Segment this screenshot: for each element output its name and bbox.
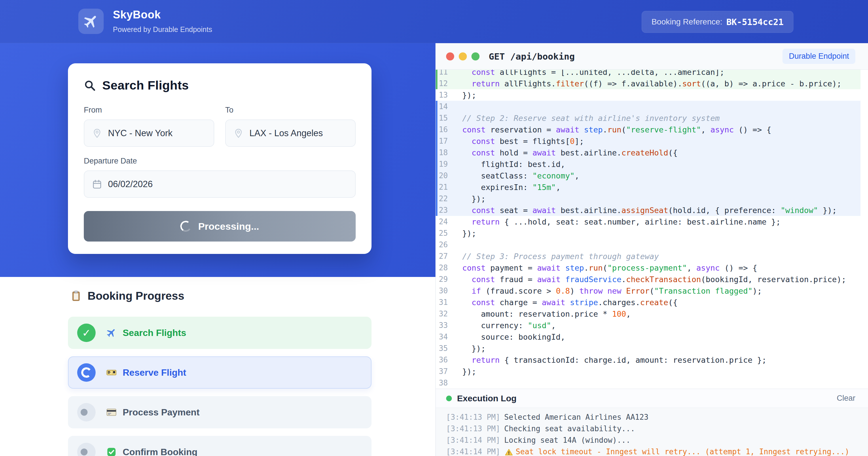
code-text: const reservation = await step.run("rese… xyxy=(462,125,771,134)
line-number: 23 xyxy=(437,206,462,215)
code-line-31: 31 const charge = await stripe.charges.c… xyxy=(436,296,861,308)
code-line-35: 35 }); xyxy=(436,343,861,354)
line-number: 30 xyxy=(437,287,462,295)
code-panel-header: GET /api/booking Durable Endpoint xyxy=(436,43,868,70)
code-editor[interactable]: 11 const allFlights = [...united, ...del… xyxy=(436,70,868,389)
app-title: SkyBook xyxy=(113,9,161,21)
check-icon: ✓ xyxy=(82,327,91,339)
log-timestamp: [3:41:14 PM] xyxy=(446,447,500,456)
booking-reference-label: Booking Reference: xyxy=(651,17,722,27)
code-line-18: 18 const hold = await best.airline.creat… xyxy=(436,147,861,158)
check-box-icon xyxy=(106,447,117,456)
line-number: 25 xyxy=(437,229,462,237)
log-timestamp: [3:41:13 PM] xyxy=(446,413,500,421)
booking-reference-value: BK-5154cc21 xyxy=(726,17,784,27)
endpoint-title: GET /api/booking xyxy=(489,51,575,62)
log-message: Seat lock timeout - Inngest will retry..… xyxy=(516,447,849,456)
from-value: NYC - New York xyxy=(108,128,173,138)
code-panel: GET /api/booking Durable Endpoint 11 con… xyxy=(435,43,868,456)
step-pending-circle xyxy=(77,443,96,456)
code-text: const allFlights = [...united, ...delta,… xyxy=(462,70,724,76)
line-number: 17 xyxy=(437,137,462,145)
departure-date-label: Departure Date xyxy=(84,157,356,166)
step-loading-circle xyxy=(77,363,96,382)
code-line-33: 33 currency: "usd", xyxy=(436,320,861,331)
departure-date-field[interactable]: 06/02/2026 xyxy=(84,170,356,198)
code-text: const seat = await best.airline.assignSe… xyxy=(462,206,837,215)
code-line-26: 26 xyxy=(436,239,861,251)
step-reserve-flight: Reserve Flight xyxy=(68,356,372,389)
warning-icon xyxy=(505,448,513,456)
map-pin-icon xyxy=(92,128,102,138)
line-number: 38 xyxy=(437,379,462,387)
from-field[interactable]: NYC - New York xyxy=(84,120,214,147)
ticket-icon xyxy=(106,367,117,378)
line-number: 19 xyxy=(437,160,462,168)
code-text: }); xyxy=(462,229,476,238)
code-line-38: 38 xyxy=(436,377,861,389)
log-message: Locking seat 14A (window)... xyxy=(504,436,630,445)
window-minimize-icon[interactable] xyxy=(459,53,467,61)
log-message: Selected American Airlines AA123 xyxy=(504,413,649,421)
code-text: }); xyxy=(462,367,476,376)
code-line-12: 12 return allFlights.filter((f) => f.ava… xyxy=(436,78,861,89)
clear-log-button[interactable]: Clear xyxy=(837,394,855,403)
code-line-25: 25}); xyxy=(436,227,861,239)
code-text: currency: "usd", xyxy=(462,321,556,330)
code-text: flightId: best.id, xyxy=(462,160,565,169)
code-line-19: 19 flightId: best.id, xyxy=(436,158,861,170)
code-line-22: 22 }); xyxy=(436,193,861,204)
step-label: Process Payment xyxy=(123,407,199,418)
code-text: }); xyxy=(462,194,486,203)
window-maximize-icon[interactable] xyxy=(471,53,479,61)
log-entries: [3:41:13 PM]Selected American Airlines A… xyxy=(436,408,868,456)
code-line-15: 15// Step 2: Reserve seat with airline's… xyxy=(436,112,861,124)
code-line-14: 14 xyxy=(436,101,861,112)
step-done-circle: ✓ xyxy=(77,324,96,342)
code-line-29: 29 const fraud = await fraudService.chec… xyxy=(436,273,861,285)
log-message: Checking seat availability... xyxy=(504,424,635,433)
to-field[interactable]: LAX - Los Angeles xyxy=(225,120,356,147)
log-entry: [3:41:14 PM]Seat lock timeout - Inngest … xyxy=(446,446,858,456)
code-line-30: 30 if (fraud.score > 0.8) throw new Erro… xyxy=(436,285,861,296)
line-number: 20 xyxy=(437,171,462,180)
code-text: }); xyxy=(462,91,476,100)
code-line-11: 11 const allFlights = [...united, ...del… xyxy=(436,70,861,78)
line-number: 36 xyxy=(437,356,462,364)
line-number: 22 xyxy=(437,194,462,203)
code-line-17: 17 const best = flights[0]; xyxy=(436,135,861,147)
line-number: 28 xyxy=(437,263,462,272)
code-text: expiresIn: "15m", xyxy=(462,183,560,192)
app-logo xyxy=(78,9,104,34)
code-text: }); xyxy=(462,344,486,353)
step-confirm-booking: Confirm Booking xyxy=(68,436,372,456)
code-text: // Step 3: Process payment through gatew… xyxy=(462,252,659,261)
log-entry: [3:41:13 PM]Checking seat availability..… xyxy=(446,423,858,434)
line-number: 31 xyxy=(437,298,462,306)
code-text: const best = flights[0]; xyxy=(462,137,584,146)
durable-endpoint-badge: Durable Endpoint xyxy=(782,48,855,64)
line-number: 11 xyxy=(437,70,462,76)
window-close-icon[interactable] xyxy=(446,53,454,61)
code-line-23: 23 const seat = await best.airline.assig… xyxy=(436,204,861,216)
search-card-title: Search Flights xyxy=(84,78,356,92)
magnifier-icon xyxy=(84,79,96,92)
processing-button[interactable]: Processing... xyxy=(84,211,356,241)
line-number: 26 xyxy=(437,240,462,249)
line-number: 35 xyxy=(437,344,462,353)
code-text: if (fraud.score > 0.8) throw new Error("… xyxy=(462,287,762,295)
code-line-27: 27// Step 3: Process payment through gat… xyxy=(436,251,861,262)
line-number: 29 xyxy=(437,275,462,284)
booking-progress-title: Booking Progress xyxy=(70,290,184,302)
credit-card-icon xyxy=(106,407,117,418)
from-label: From xyxy=(84,106,214,115)
code-line-16: 16const reservation = await step.run("re… xyxy=(436,124,861,135)
step-label: Search Flights xyxy=(123,328,186,338)
step-search-flights: ✓ Search Flights xyxy=(68,317,372,349)
code-text: const hold = await best.airline.createHo… xyxy=(462,148,678,157)
line-number: 21 xyxy=(437,183,462,191)
map-pin-icon xyxy=(233,128,244,138)
code-text: return allFlights.filter((f) => f.availa… xyxy=(462,79,841,88)
to-label: To xyxy=(225,106,356,115)
code-text: // Step 2: Reserve seat with airline's i… xyxy=(462,114,720,123)
